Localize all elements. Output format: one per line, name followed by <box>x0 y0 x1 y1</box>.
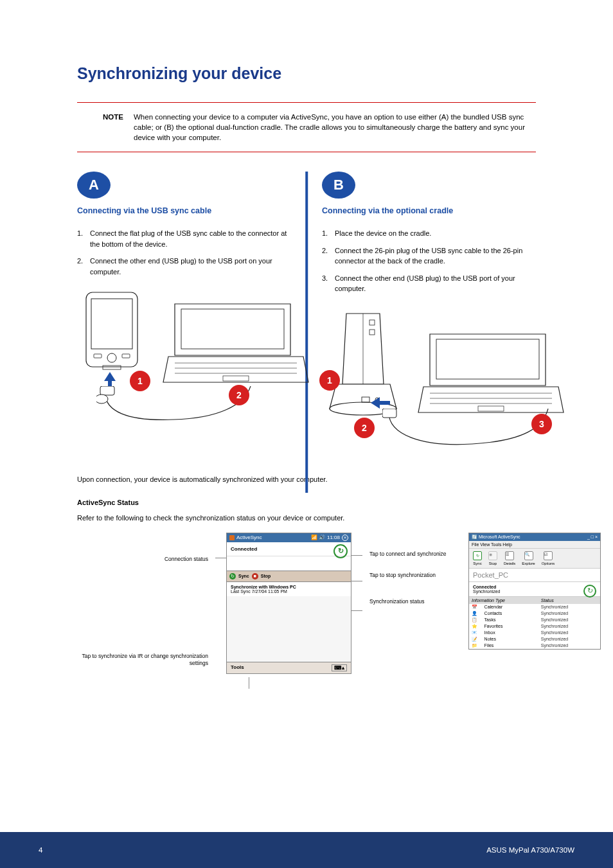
win-title: Microsoft ActiveSync <box>479 535 520 539</box>
divider-bottom <box>77 152 536 152</box>
svg-rect-4 <box>122 354 130 358</box>
win-synced: Synchronized <box>473 589 596 594</box>
svg-rect-11 <box>223 376 249 381</box>
win-col2: Status <box>541 598 554 603</box>
options-icon[interactable]: ☑ <box>544 551 553 560</box>
close-icon: × <box>342 535 348 541</box>
sync-icon[interactable]: ↻ <box>473 551 482 560</box>
step-b2: Connect the 26-pin plug of the USB sync … <box>335 247 522 265</box>
sync-icon: ↻ <box>229 573 236 580</box>
callout-line <box>215 558 227 558</box>
note-label: NOTE <box>103 112 123 122</box>
svg-rect-3 <box>94 354 102 358</box>
svg-marker-20 <box>371 397 390 409</box>
step-num-b1: 1. <box>322 228 328 239</box>
laptop-icon <box>162 297 310 394</box>
option-b-title: Connecting via the optional cradle <box>322 206 536 215</box>
activesync-heading: ActiveSync Status <box>77 499 536 506</box>
callout-left-2: Tap to synchronize via IR or change sync… <box>77 653 208 667</box>
svg-point-2 <box>107 353 116 362</box>
pda-screenshot: ActiveSync 📶 🔊 11:08 × Connected ↻ ↻ Syn… <box>226 533 351 674</box>
win-connected: Connected <box>473 585 596 589</box>
callout-line <box>351 581 362 581</box>
list-item: 📝NotesSynchronized <box>469 636 600 642</box>
stop-icon: ■ <box>252 573 258 580</box>
page-title: Synchronizing your device <box>77 64 574 83</box>
pda-connected: Connected <box>231 546 257 552</box>
footer-title: ASUS MyPal A730/A730W <box>486 846 574 854</box>
callout-right-2: Tap to stop synchronization <box>369 572 450 579</box>
svg-rect-21 <box>436 339 539 379</box>
pda-tools-btn[interactable]: Tools <box>231 664 244 670</box>
win-list: 📅CalendarSynchronized👤ContactsSynchroniz… <box>469 604 600 649</box>
win-menu[interactable]: File View Tools Help <box>469 541 600 549</box>
win-col1: Information Type <box>472 598 541 603</box>
pda-stop-btn[interactable]: Stop <box>261 574 271 578</box>
page-footer: 4 ASUS MyPal A730/A730W <box>0 832 613 868</box>
step-num-a2: 2. <box>77 256 83 267</box>
pda-sync-btn[interactable]: Sync <box>238 574 249 578</box>
note-text: When connecting your device to a compute… <box>134 113 525 141</box>
pda-sync-line1: Synchronize with Windows PC <box>231 585 347 589</box>
tb-options: Options <box>542 562 555 565</box>
option-a-title: Connecting via the USB sync cable <box>77 206 291 215</box>
callout-left-1: Connection status <box>164 556 208 563</box>
keyboard-icon[interactable]: ⌨︎▴ <box>332 664 347 671</box>
sync-status-icon: ↻ <box>583 585 596 598</box>
step-a1: Connect the flat plug of the USB sync ca… <box>90 229 287 248</box>
svg-rect-5 <box>103 366 121 369</box>
sync-status-icon: ↻ <box>333 544 348 558</box>
tb-stop: Stop <box>489 562 497 565</box>
step-b3: Connect the other end (USB plug) to the … <box>335 274 515 293</box>
win-device: Pocket_PC <box>469 569 600 582</box>
badge-a: A <box>77 172 111 199</box>
step-num-b2: 2. <box>322 245 328 256</box>
list-item: 📁FilesSynchronized <box>469 642 600 649</box>
list-item: 📋TasksSynchronized <box>469 617 600 623</box>
marker-b2: 2 <box>354 418 375 438</box>
list-item: ⭐FavoritesSynchronized <box>469 623 600 630</box>
page-number: 4 <box>39 846 42 854</box>
pda-title: ActiveSync <box>236 535 262 540</box>
pda-time: 11:08 <box>327 535 340 540</box>
step-b1: Place the device on the cradle. <box>335 229 431 237</box>
cable-icon <box>382 409 556 454</box>
list-item: 👤ContactsSynchronized <box>469 610 600 617</box>
start-icon <box>229 535 235 540</box>
list-item: 📧InboxSynchronized <box>469 630 600 636</box>
callout-right-1: Tap to connect and synchronize <box>369 551 450 558</box>
marker-b3: 3 <box>531 414 552 434</box>
diagram-a: 1 2 <box>77 283 291 457</box>
diagram-b: 1 2 3 <box>322 301 536 468</box>
body-p2: Refer to the following to check the sync… <box>77 513 536 524</box>
step-num-a1: 1. <box>77 228 83 239</box>
badge-b: B <box>322 172 355 199</box>
windows-screenshot: 🔄 Microsoft ActiveSync _ □ × File View T… <box>468 533 601 650</box>
svg-rect-7 <box>181 309 284 349</box>
svg-rect-1 <box>91 299 132 349</box>
stop-icon[interactable]: ◉ <box>488 551 497 560</box>
signal-icon: 📶 🔊 <box>311 535 325 540</box>
callout-line <box>351 610 362 611</box>
callout-line <box>351 555 362 556</box>
pda-icon <box>84 290 140 373</box>
callout-line <box>249 677 249 689</box>
tb-details: Details <box>504 562 515 565</box>
step-num-b3: 3. <box>322 273 328 284</box>
tb-explore: Explore <box>522 562 535 565</box>
window-controls[interactable]: _ □ × <box>587 535 598 540</box>
arrow-icon <box>371 396 390 410</box>
callout-right-3: Synchronization status <box>369 598 450 605</box>
svg-rect-12 <box>100 386 114 395</box>
svg-rect-26 <box>382 409 396 418</box>
pda-sync-line2: Last Sync 7/27/04 11:05 PM <box>231 589 347 594</box>
explore-icon[interactable]: 🔍 <box>524 551 533 560</box>
tb-sync: Sync <box>473 562 481 565</box>
list-item: 📅CalendarSynchronized <box>469 604 600 610</box>
step-a2: Connect the other end (USB plug) to the … <box>90 257 272 276</box>
marker-b1: 1 <box>319 370 340 391</box>
svg-point-13 <box>96 394 108 403</box>
details-icon[interactable]: ☰ <box>505 551 514 560</box>
